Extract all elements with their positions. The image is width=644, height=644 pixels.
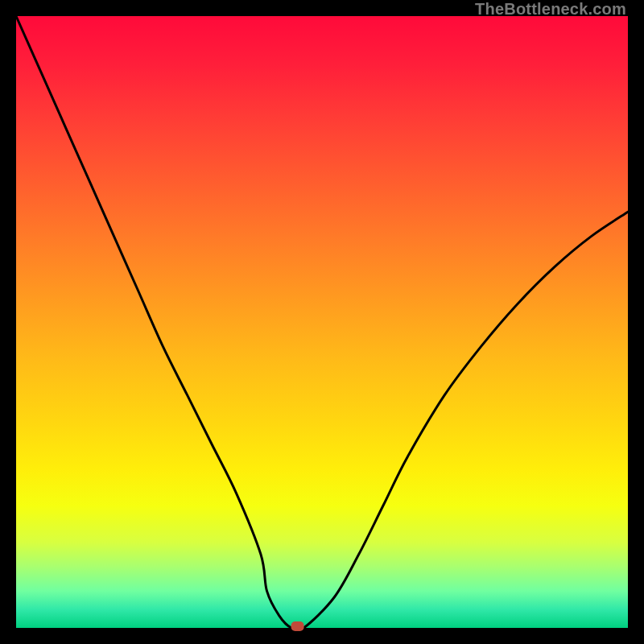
optimum-marker [291,621,304,631]
chart-frame: TheBottleneck.com [0,0,644,644]
curve-svg [16,16,628,628]
bottleneck-curve [16,16,628,630]
plot-area [16,16,628,628]
